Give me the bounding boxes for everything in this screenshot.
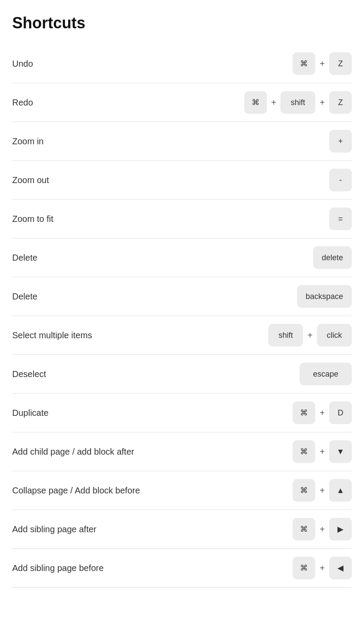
shortcut-label-redo: Redo	[12, 98, 33, 108]
key-badge: ⌘	[293, 52, 315, 75]
key-badge: ⌘	[293, 401, 315, 424]
key-badge: ⌘	[293, 518, 315, 541]
shortcut-row-redo: Redo⌘+shift+Z	[12, 83, 352, 122]
shortcut-keys-undo: ⌘+Z	[293, 52, 352, 75]
plus-sign: +	[320, 408, 325, 418]
key-badge: D	[329, 401, 352, 424]
key-badge: ▲	[329, 479, 352, 502]
shortcut-keys-add-child: ⌘+▼	[293, 440, 352, 463]
shortcut-keys-select-multiple: shift+click	[268, 324, 352, 347]
key-badge: click	[317, 324, 352, 347]
shortcut-keys-collapse-page: ⌘+▲	[293, 479, 352, 502]
shortcut-row-collapse-page: Collapse page / Add block before⌘+▲	[12, 471, 352, 510]
shortcut-row-zoom-in: Zoom in+	[12, 122, 352, 161]
shortcut-row-delete: Deletedelete	[12, 238, 352, 277]
shortcut-label-add-sibling-after: Add sibling page after	[12, 524, 96, 534]
shortcut-row-deselect: Deselectescape	[12, 355, 352, 394]
key-badge: ⌘	[244, 91, 267, 114]
shortcut-label-delete: Delete	[12, 253, 37, 263]
shortcuts-list: Undo⌘+ZRedo⌘+shift+ZZoom in+Zoom out-Zoo…	[12, 44, 352, 588]
shortcut-row-select-multiple: Select multiple itemsshift+click	[12, 316, 352, 355]
shortcut-label-select-multiple: Select multiple items	[12, 330, 92, 340]
shortcut-label-undo: Undo	[12, 59, 33, 69]
plus-sign: +	[320, 563, 325, 573]
key-badge: ▼	[329, 440, 352, 463]
shortcut-label-add-child: Add child page / add block after	[12, 447, 134, 457]
shortcut-row-add-sibling-after: Add sibling page after⌘+▶	[12, 510, 352, 549]
page-title: Shortcuts	[12, 14, 352, 32]
shortcut-keys-add-sibling-before: ⌘+◀	[293, 557, 352, 579]
shortcut-row-zoom-out: Zoom out-	[12, 161, 352, 200]
key-badge: -	[329, 169, 352, 191]
key-badge: delete	[313, 246, 352, 269]
shortcut-row-zoom-to-fit: Zoom to fit=	[12, 200, 352, 238]
shortcut-row-add-sibling-before: Add sibling page before⌘+◀	[12, 549, 352, 588]
key-badge: =	[329, 207, 352, 230]
plus-sign: +	[320, 524, 325, 534]
key-badge: shift	[268, 324, 303, 347]
shortcut-keys-deselect: escape	[300, 363, 352, 385]
key-badge: shift	[280, 91, 315, 114]
shortcut-label-zoom-in: Zoom in	[12, 136, 44, 146]
plus-sign: +	[320, 98, 325, 108]
key-badge: Z	[329, 91, 352, 114]
shortcut-keys-zoom-to-fit: =	[329, 207, 352, 230]
shortcut-keys-add-sibling-after: ⌘+▶	[293, 518, 352, 541]
plus-sign: +	[271, 98, 276, 108]
shortcut-label-zoom-out: Zoom out	[12, 175, 49, 185]
shortcut-keys-zoom-in: +	[329, 130, 352, 153]
key-badge: backspace	[297, 285, 352, 308]
plus-sign: +	[307, 330, 313, 340]
key-badge: ⌘	[293, 557, 315, 579]
plus-sign: +	[320, 59, 325, 69]
key-badge: Z	[329, 52, 352, 75]
shortcut-row-delete-backspace: Deletebackspace	[12, 277, 352, 316]
shortcut-label-zoom-to-fit: Zoom to fit	[12, 214, 53, 224]
plus-sign: +	[320, 447, 325, 457]
shortcut-keys-redo: ⌘+shift+Z	[244, 91, 352, 114]
shortcut-label-collapse-page: Collapse page / Add block before	[12, 486, 140, 496]
shortcut-row-duplicate: Duplicate⌘+D	[12, 394, 352, 432]
shortcut-keys-zoom-out: -	[329, 169, 352, 191]
key-badge: ⌘	[293, 440, 315, 463]
shortcut-keys-duplicate: ⌘+D	[293, 401, 352, 424]
key-badge: ◀	[329, 557, 352, 579]
shortcut-row-undo: Undo⌘+Z	[12, 44, 352, 83]
shortcut-keys-delete: delete	[313, 246, 352, 269]
key-badge: +	[329, 130, 352, 153]
shortcut-keys-delete-backspace: backspace	[297, 285, 352, 308]
shortcut-label-duplicate: Duplicate	[12, 408, 48, 418]
shortcut-label-add-sibling-before: Add sibling page before	[12, 563, 104, 573]
shortcut-label-delete-backspace: Delete	[12, 292, 37, 302]
key-badge: ⌘	[293, 479, 315, 502]
plus-sign: +	[320, 486, 325, 496]
shortcut-row-add-child: Add child page / add block after⌘+▼	[12, 432, 352, 471]
key-badge: ▶	[329, 518, 352, 541]
key-badge: escape	[300, 363, 352, 385]
shortcut-label-deselect: Deselect	[12, 369, 46, 379]
